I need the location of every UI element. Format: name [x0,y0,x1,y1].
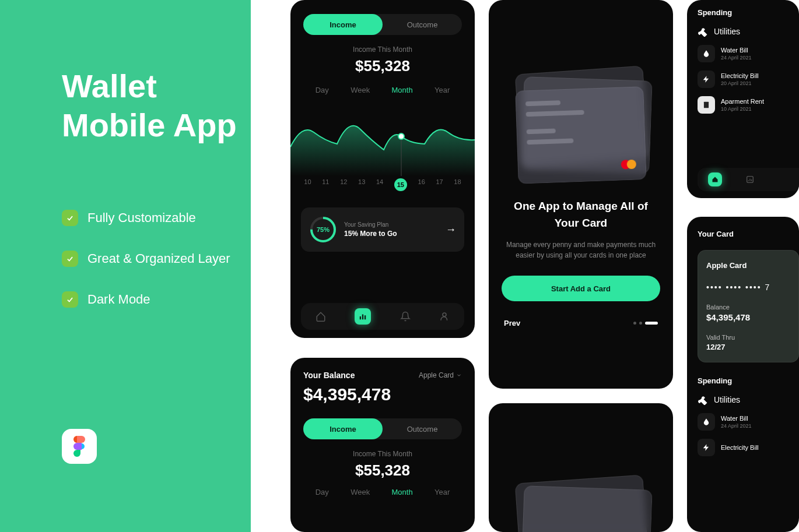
balance-amount: $4,395,478 [303,385,462,404]
bolt-icon [698,71,715,88]
tab-year[interactable]: Year [434,86,450,94]
feature-item: Dark Mode [62,291,230,308]
income-label: Income This Month [290,450,475,458]
feature-list: Fully Customizable Great & Organized Lay… [62,210,230,332]
tab-month[interactable]: Month [392,86,413,94]
bolt-icon [698,439,715,456]
date-active[interactable]: 15 [394,178,407,191]
income-amount: $55,328 [290,57,475,75]
svg-rect-6 [362,315,363,320]
feature-item: Great & Organized Layer [62,251,230,267]
hero-sub: Manage every penny and make payments muc… [504,239,658,260]
prev-link[interactable]: Prev [504,319,520,327]
chart-icon[interactable] [355,308,371,325]
list-item[interactable]: Aparment Rent10 April 2021 [698,96,789,114]
arrow-right-icon: → [446,224,456,236]
phone-stats: Income Outcome Income This Month $55,328… [290,0,475,338]
tab-day[interactable]: Day [316,86,329,94]
balance-label: Your Balance [303,371,355,380]
bell-icon[interactable] [400,311,411,322]
water-icon [698,45,715,62]
line-chart: 10 11 12 13 14 15 16 17 18 [290,100,475,199]
income-amount: $55,328 [290,461,475,480]
spending-heading: Spending [698,8,789,17]
tools-icon [698,26,708,37]
home-icon[interactable] [316,311,326,322]
phone-onboarding-2 [489,403,673,532]
progress-ring: 75% [309,216,337,244]
tab-week[interactable]: Week [351,86,370,94]
toggle-outcome[interactable]: Outcome [383,14,462,35]
chevron-down-icon [456,372,462,378]
water-icon [698,413,715,431]
list-item[interactable]: Electricity Bill [698,439,789,456]
check-icon [62,210,78,226]
toggle-outcome[interactable]: Outcome [383,418,462,439]
check-icon [62,291,78,308]
bottom-nav [301,303,464,330]
user-icon[interactable] [439,311,450,322]
home-icon[interactable] [708,172,722,186]
toggle-group: Income Outcome [303,418,462,439]
date-axis: 10 11 12 13 14 15 16 17 18 [290,178,475,191]
svg-rect-7 [365,315,366,319]
saving-plan-card[interactable]: 75% Your Saving Plan 15% More to Go → [301,207,464,252]
cards-illustration [489,35,673,198]
spending-heading: Spending [698,376,789,385]
toggle-income[interactable]: Income [303,418,383,439]
add-card-button[interactable]: Start Add a Card [502,276,660,301]
feature-item: Fully Customizable [62,210,230,226]
svg-rect-11 [704,102,709,108]
mastercard-icon [619,158,637,173]
tab-week[interactable]: Week [351,488,370,496]
svg-point-8 [443,313,446,316]
card-select[interactable]: Apple Card [419,371,462,379]
category-utilities[interactable]: Utilities [698,26,789,37]
doc-icon [698,96,715,114]
phone-spending: Spending Utilities Water Bill24 April 20… [687,0,799,198]
promo-panel: Wallet Mobile App Fully Customizable Gre… [0,0,251,532]
phone-balance: Your Balance Apple Card $4,395,478 Incom… [290,358,475,532]
hero-title: One App to Manage All of Your Card [504,198,658,231]
period-tabs: Day Week Month Year [304,86,461,94]
tools-icon [698,394,708,405]
phone-card-detail: Your Card Apple Card •••• •••• •••• 7 Ba… [687,217,799,532]
list-item[interactable]: Electricity Bill20 April 2021 [698,71,789,88]
phone-onboarding: One App to Manage All of Your Card Manag… [489,0,673,389]
card-panel[interactable]: Apple Card •••• •••• •••• 7 Balance $4,3… [698,250,799,362]
category-utilities[interactable]: Utilities [698,394,789,405]
income-label: Income This Month [290,45,475,54]
svg-rect-5 [360,316,361,319]
toggle-group: Income Outcome [303,14,462,35]
tab-year[interactable]: Year [434,488,450,496]
toggle-income[interactable]: Income [303,14,383,35]
bottom-nav [698,168,799,191]
check-icon [62,251,78,267]
tab-month[interactable]: Month [392,488,413,496]
list-item[interactable]: Water Bill24 April 2021 [698,45,789,62]
pager-dots [633,322,658,325]
chart-icon[interactable] [745,175,755,184]
period-tabs: Day Week Month Year [304,488,461,496]
promo-title: Wallet Mobile App [62,66,237,145]
figma-icon [62,429,97,464]
tab-day[interactable]: Day [316,488,329,496]
list-item[interactable]: Water Bill24 April 2021 [698,413,789,431]
your-card-heading: Your Card [698,230,789,238]
svg-point-2 [398,133,404,139]
